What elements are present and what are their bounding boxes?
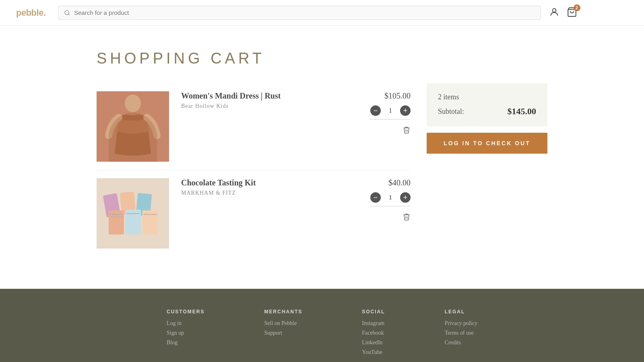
search-bar[interactable] (58, 6, 541, 20)
qty-control-dress: − 1 + (370, 105, 411, 119)
footer-link-login[interactable]: Log in (167, 320, 204, 327)
logo-text: pebble. (16, 8, 46, 18)
search-input[interactable] (74, 9, 535, 16)
cart-item: Women's Mandi Dress | Rust Bear Hollow K… (97, 83, 411, 170)
qty-control-choc: − 1 + (370, 192, 411, 206)
item-price-dress: $105.00 (384, 91, 411, 101)
footer-col-merchants: MERCHANTS Sell on Pebble Support (264, 309, 303, 359)
footer-link-terms[interactable]: Terms of use (445, 330, 477, 336)
footer-col-legal: LEGAL Privacy policy Terms of use Credit… (445, 309, 477, 359)
svg-line-1 (68, 14, 69, 15)
item-name-dress: Women's Mandi Dress | Rust (181, 91, 362, 101)
footer-link-credits[interactable]: Credits (445, 339, 477, 346)
footer-heading-social: SOCIAL (362, 309, 385, 315)
footer-columns: CUSTOMERS Log in Sign up Blog MERCHANTS … (121, 309, 523, 359)
summary-subtotal-label: Subtotal: (438, 107, 464, 116)
product-image-dress (97, 91, 169, 162)
delete-dress[interactable] (402, 126, 411, 136)
summary-subtotal-row: Subtotal: $145.00 (438, 106, 536, 117)
footer-link-support[interactable]: Support (264, 330, 303, 336)
product-image-choc (97, 178, 169, 249)
cart-badge: 2 (574, 4, 580, 11)
summary-subtotal-amount: $145.00 (508, 106, 537, 117)
checkout-button[interactable]: LOG IN TO CHECK OUT (427, 133, 547, 154)
logo[interactable]: pebble. (16, 8, 46, 18)
svg-rect-12 (142, 210, 158, 234)
item-brand-choc: MARKHAM & FITZ (181, 190, 362, 196)
delete-choc[interactable] (402, 213, 411, 223)
page-title: SHOPPING CART (97, 50, 547, 67)
svg-point-0 (64, 10, 68, 14)
qty-value-dress: 1 (386, 107, 394, 114)
dress-illustration (97, 91, 169, 162)
trash-icon-choc (402, 213, 411, 221)
footer-link-signup[interactable]: Sign up (167, 330, 204, 336)
footer-link-privacy[interactable]: Privacy policy (445, 320, 477, 327)
footer-link-sell[interactable]: Sell on Pebble (264, 320, 303, 327)
header: pebble. 2 (0, 0, 644, 26)
footer-col-social: SOCIAL Instagram Facebook LinkedIn YouTu… (362, 309, 385, 359)
item-brand-dress: Bear Hollow Kids (181, 103, 362, 109)
footer-link-youtube[interactable]: YouTube (362, 349, 385, 356)
footer-link-facebook[interactable]: Facebook (362, 330, 385, 336)
main-content: SHOPPING CART (80, 26, 564, 289)
trash-icon (402, 126, 411, 134)
footer-col-customers: CUSTOMERS Log in Sign up Blog (167, 309, 204, 359)
qty-decrease-choc[interactable]: − (370, 192, 381, 203)
qty-increase-choc[interactable]: + (400, 192, 411, 203)
summary-item-count: 2 items (438, 93, 536, 101)
cart-items-list: Women's Mandi Dress | Rust Bear Hollow K… (97, 83, 411, 257)
footer-link-instagram[interactable]: Instagram (362, 320, 385, 327)
order-summary: 2 items Subtotal: $145.00 (427, 83, 547, 126)
qty-value-choc: 1 (386, 194, 394, 201)
item-info-dress: Women's Mandi Dress | Rust Bear Hollow K… (181, 91, 362, 109)
item-price-qty-choc: $40.00 − 1 + (362, 178, 411, 223)
item-name-choc: Chocolate Tasting Kit (181, 178, 362, 187)
footer-heading-merchants: MERCHANTS (264, 309, 303, 315)
svg-point-2 (552, 8, 556, 12)
header-icons: 2 (549, 7, 577, 19)
cart-icon-button[interactable]: 2 (567, 7, 577, 19)
qty-increase-dress[interactable]: + (400, 105, 411, 116)
footer-link-blog[interactable]: Blog (167, 339, 204, 346)
item-price-qty-dress: $105.00 − 1 + (362, 91, 411, 136)
svg-point-5 (125, 95, 141, 112)
footer-link-linkedin[interactable]: LinkedIn (362, 339, 385, 346)
qty-decrease-dress[interactable]: − (370, 105, 381, 116)
choc-illustration (97, 178, 169, 249)
svg-rect-10 (109, 210, 124, 234)
search-icon (64, 10, 70, 16)
footer: CUSTOMERS Log in Sign up Blog MERCHANTS … (0, 289, 644, 362)
cart-sidebar: 2 items Subtotal: $145.00 LOG IN TO CHEC… (427, 83, 547, 257)
footer-heading-customers: CUSTOMERS (167, 309, 204, 315)
cart-layout: Women's Mandi Dress | Rust Bear Hollow K… (97, 83, 547, 257)
footer-heading-legal: LEGAL (445, 309, 477, 315)
cart-item-choc: Chocolate Tasting Kit MARKHAM & FITZ $40… (97, 170, 411, 257)
user-icon-button[interactable] (549, 7, 559, 19)
item-info-choc: Chocolate Tasting Kit MARKHAM & FITZ (181, 178, 362, 196)
item-price-choc: $40.00 (388, 178, 411, 187)
user-icon (549, 7, 559, 17)
